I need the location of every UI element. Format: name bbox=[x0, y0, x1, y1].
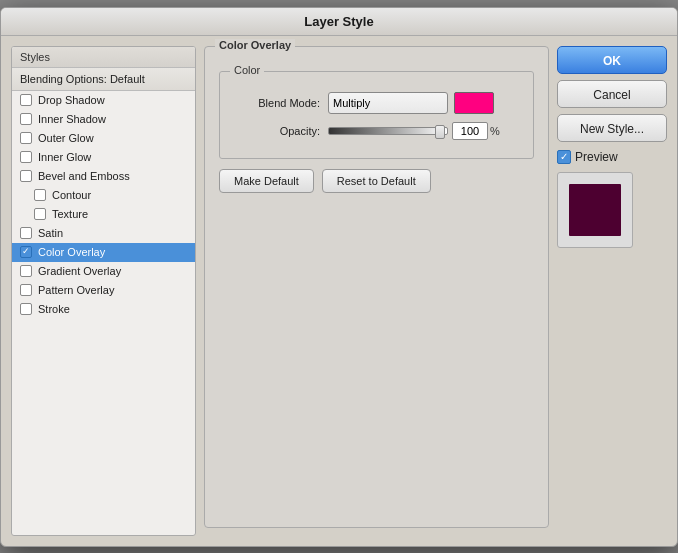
preview-swatch bbox=[569, 184, 621, 236]
opacity-row: Opacity: % bbox=[230, 122, 523, 140]
sidebar-item-inner-glow[interactable]: Inner Glow bbox=[12, 148, 195, 167]
texture-checkbox[interactable] bbox=[34, 208, 46, 220]
drop-shadow-checkbox[interactable] bbox=[20, 94, 32, 106]
opacity-slider-thumb[interactable] bbox=[435, 125, 445, 139]
styles-header: Styles bbox=[12, 47, 195, 68]
reset-to-default-button[interactable]: Reset to Default bbox=[322, 169, 431, 193]
blending-options-item[interactable]: Blending Options: Default bbox=[12, 68, 195, 91]
preview-checkbox[interactable] bbox=[557, 150, 571, 164]
color-section: Color Blend Mode: Multiply Normal Screen… bbox=[219, 71, 534, 159]
empty-area bbox=[219, 193, 534, 513]
bevel-emboss-checkbox[interactable] bbox=[20, 170, 32, 182]
layer-style-dialog: Layer Style Styles Blending Options: Def… bbox=[0, 7, 678, 547]
color-sub-label: Color bbox=[230, 64, 264, 76]
blend-mode-row: Blend Mode: Multiply Normal Screen Overl… bbox=[230, 92, 523, 114]
outer-glow-checkbox[interactable] bbox=[20, 132, 32, 144]
sidebar-item-satin[interactable]: Satin bbox=[12, 224, 195, 243]
preview-label: Preview bbox=[575, 150, 618, 164]
blend-mode-control: Multiply Normal Screen Overlay bbox=[328, 92, 494, 114]
satin-checkbox[interactable] bbox=[20, 227, 32, 239]
sidebar-item-outer-glow[interactable]: Outer Glow bbox=[12, 129, 195, 148]
ok-button[interactable]: OK bbox=[557, 46, 667, 74]
blend-mode-select[interactable]: Multiply Normal Screen Overlay bbox=[328, 92, 448, 114]
color-overlay-section: Color Overlay Color Blend Mode: Multiply… bbox=[204, 46, 549, 528]
color-swatch[interactable] bbox=[454, 92, 494, 114]
sidebar-item-pattern-overlay[interactable]: Pattern Overlay bbox=[12, 281, 195, 300]
sidebar-item-contour[interactable]: Contour bbox=[12, 186, 195, 205]
stroke-checkbox[interactable] bbox=[20, 303, 32, 315]
right-panel: OK Cancel New Style... Preview bbox=[557, 46, 667, 536]
cancel-button[interactable]: Cancel bbox=[557, 80, 667, 108]
sidebar-item-gradient-overlay[interactable]: Gradient Overlay bbox=[12, 262, 195, 281]
sidebar-item-inner-shadow[interactable]: Inner Shadow bbox=[12, 110, 195, 129]
main-content: Color Overlay Color Blend Mode: Multiply… bbox=[204, 46, 549, 536]
sidebar-item-stroke[interactable]: Stroke bbox=[12, 300, 195, 319]
opacity-input[interactable] bbox=[452, 122, 488, 140]
dialog-title: Layer Style bbox=[1, 8, 677, 36]
sidebar-item-bevel-emboss[interactable]: Bevel and Emboss bbox=[12, 167, 195, 186]
inner-glow-checkbox[interactable] bbox=[20, 151, 32, 163]
percent-sign: % bbox=[490, 125, 500, 137]
pattern-overlay-checkbox[interactable] bbox=[20, 284, 32, 296]
inner-shadow-checkbox[interactable] bbox=[20, 113, 32, 125]
section-title: Color Overlay bbox=[215, 39, 295, 51]
preview-box bbox=[557, 172, 633, 248]
sidebar-item-drop-shadow[interactable]: Drop Shadow bbox=[12, 91, 195, 110]
make-default-button[interactable]: Make Default bbox=[219, 169, 314, 193]
buttons-row: Make Default Reset to Default bbox=[219, 169, 534, 193]
gradient-overlay-checkbox[interactable] bbox=[20, 265, 32, 277]
contour-checkbox[interactable] bbox=[34, 189, 46, 201]
new-style-button[interactable]: New Style... bbox=[557, 114, 667, 142]
opacity-label: Opacity: bbox=[230, 125, 320, 137]
sidebar-item-texture[interactable]: Texture bbox=[12, 205, 195, 224]
sidebar-item-color-overlay[interactable]: Color Overlay bbox=[12, 243, 195, 262]
opacity-slider[interactable] bbox=[328, 127, 448, 135]
preview-row: Preview bbox=[557, 150, 667, 164]
color-overlay-checkbox[interactable] bbox=[20, 246, 32, 258]
blend-mode-label: Blend Mode: bbox=[230, 97, 320, 109]
left-panel: Styles Blending Options: Default Drop Sh… bbox=[11, 46, 196, 536]
